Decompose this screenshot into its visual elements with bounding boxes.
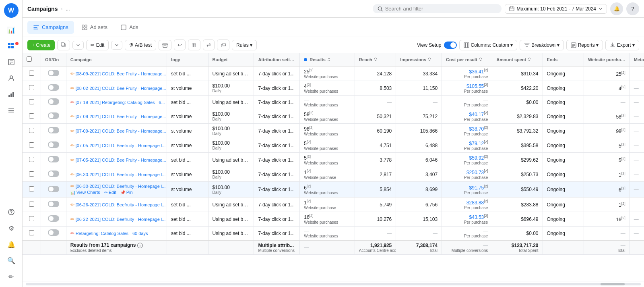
- search-input[interactable]: [385, 6, 497, 12]
- reports-button[interactable]: Reports ▾: [566, 40, 603, 50]
- cost-link[interactable]: $59.92[2]: [469, 155, 488, 161]
- campaign-name[interactable]: ✏[07-19-2021] Retargeting: Catalog Sales…: [70, 100, 163, 105]
- campaign-toggle[interactable]: [48, 112, 59, 119]
- edit-button[interactable]: ✏ Edit: [86, 40, 109, 50]
- notification-icon[interactable]: 🔔: [610, 2, 623, 15]
- context-pin-btn[interactable]: 📌 Pin: [120, 190, 133, 195]
- campaign-toggle[interactable]: [48, 127, 59, 133]
- alerts-icon[interactable]: 🔔: [4, 237, 19, 252]
- header-results[interactable]: Results: [300, 53, 355, 66]
- edit-icon[interactable]: ✏: [4, 269, 19, 284]
- cost-link[interactable]: $38.70[2]: [469, 126, 488, 132]
- app-logo[interactable]: W: [4, 3, 19, 18]
- audience-icon[interactable]: [4, 71, 19, 85]
- settings-icon[interactable]: ⚙: [4, 221, 19, 235]
- graph-icon[interactable]: 📊: [4, 23, 19, 37]
- context-edit-btn[interactable]: ✏ Edit: [104, 190, 116, 195]
- search-icon[interactable]: 🔍: [4, 253, 19, 268]
- breadcrumb: ...: [66, 6, 70, 12]
- tab-ads[interactable]: Ads: [115, 21, 144, 34]
- header-cost[interactable]: Cost per result: [442, 53, 492, 66]
- cost-link[interactable]: $79.12[2]: [469, 141, 488, 146]
- row-checkbox[interactable]: [29, 157, 34, 162]
- cost-link[interactable]: $40.17[2]: [469, 112, 488, 117]
- footer-checkbox: [23, 240, 41, 255]
- campaign-name[interactable]: ✏[06-22-2021] COLD: Beefruity - Homepage…: [70, 216, 163, 222]
- campaign-name[interactable]: ✏[07-09-2021] COLD: Bee Fruity - Homepag…: [70, 114, 163, 119]
- campaign-name[interactable]: ✏[07-05-2021] COLD: Bee Fruity - Homepag…: [70, 157, 163, 163]
- cost-link[interactable]: $43.53[2]: [469, 214, 488, 220]
- bars-icon[interactable]: [4, 87, 19, 102]
- row-checkbox[interactable]: [29, 202, 34, 207]
- campaign-toggle[interactable]: [48, 201, 59, 207]
- help-icon[interactable]: ?: [626, 2, 639, 15]
- row-checkbox[interactable]: [29, 85, 34, 90]
- row-checkbox[interactable]: [29, 171, 34, 177]
- breakdown-button[interactable]: Breakdown ▾: [520, 40, 564, 50]
- cost-link[interactable]: $283.88[2]: [466, 200, 488, 206]
- archive-button[interactable]: [159, 40, 171, 50]
- table-header-row: Off/On Campaign logy Budget Attribution: [23, 53, 644, 66]
- header-website-purchases[interactable]: Website purchases: [584, 53, 630, 66]
- delete-button[interactable]: 🗑: [188, 40, 200, 50]
- duplicate-button[interactable]: [57, 40, 70, 50]
- campaign-name[interactable]: ✏[07-09-2021] COLD: Bee Fruity - Homepag…: [70, 128, 163, 134]
- campaign-name[interactable]: ✏[06-26-2021] COLD: Beefruity - Homepage…: [70, 202, 163, 208]
- campaign-toggle[interactable]: [48, 156, 59, 162]
- row-checkbox[interactable]: [29, 186, 34, 191]
- undo-button[interactable]: ↩: [174, 40, 186, 50]
- reports-icon[interactable]: [4, 55, 19, 69]
- create-button[interactable]: + Create: [27, 40, 55, 50]
- campaign-name[interactable]: ✏[08-09-2021] COLD: Bee Fruity - Homepag…: [70, 71, 163, 77]
- view-charts-btn[interactable]: 📊 View Charts: [70, 190, 100, 195]
- campaign-toggle[interactable]: [48, 186, 59, 192]
- cell-attribution: 7-day click or 1...: [254, 96, 300, 109]
- tab-adsets[interactable]: Ad sets: [76, 21, 113, 34]
- cost-link[interactable]: $36.41[2]: [469, 69, 488, 75]
- tag-button[interactable]: 🏷: [217, 40, 229, 50]
- campaigns-table-container: Off/On Campaign logy Budget Attribution: [23, 53, 644, 281]
- row-checkbox[interactable]: [29, 99, 34, 104]
- footer-info-icon[interactable]: i: [137, 243, 143, 248]
- dropdown-button[interactable]: [72, 41, 84, 50]
- header-reach[interactable]: Reach: [355, 53, 396, 66]
- date-range-picker[interactable]: Maximum: 10 Feb 2021 - 7 Mar 2024: [505, 4, 607, 14]
- header-impressions[interactable]: Impressions: [396, 53, 442, 66]
- header-amount[interactable]: Amount spent: [492, 53, 543, 66]
- campaign-name[interactable]: ✏[08-02-2021] COLD: Bee Fruity - Homepag…: [70, 85, 163, 91]
- row-checkbox[interactable]: [29, 216, 34, 221]
- campaign-name[interactable]: ✏[07-05-2021] COLD: Beefruity - Homepage…: [70, 143, 163, 148]
- row-checkbox[interactable]: [29, 71, 34, 76]
- row-checkbox[interactable]: [29, 230, 34, 235]
- horizontal-scrollbar[interactable]: [26, 283, 641, 285]
- edit-dropdown-button[interactable]: [111, 41, 122, 50]
- menu-icon[interactable]: [4, 103, 19, 118]
- view-setup-toggle[interactable]: [444, 42, 457, 49]
- ab-test-button[interactable]: ⚗ A/B test: [125, 40, 156, 50]
- campaign-toggle[interactable]: [48, 98, 59, 105]
- campaign-toggle[interactable]: [48, 141, 59, 148]
- campaign-toggle[interactable]: [48, 215, 59, 222]
- tab-campaigns[interactable]: Campaigns: [27, 21, 74, 34]
- move-button[interactable]: ⇄: [203, 40, 215, 50]
- row-checkbox[interactable]: [29, 113, 34, 119]
- campaign-name[interactable]: ✏Retargeting: Catalog Sales - 60 days: [70, 231, 163, 236]
- select-all-checkbox[interactable]: [27, 56, 32, 62]
- campaign-toggle[interactable]: [48, 84, 59, 91]
- row-checkbox[interactable]: [29, 142, 34, 148]
- campaign-toggle[interactable]: [48, 171, 59, 177]
- campaign-toggle[interactable]: [48, 70, 59, 76]
- help-icon[interactable]: [4, 205, 19, 219]
- campaign-name[interactable]: ✏[06-30-2021] COLD: Beefruity - Homepage…: [70, 183, 163, 189]
- campaign-name[interactable]: ✏[06-30-2021] COLD: Beefruity - Homepage…: [70, 172, 163, 177]
- campaigns-icon[interactable]: [4, 39, 19, 53]
- cost-link[interactable]: $250.73[2]: [466, 170, 488, 175]
- header-campaign[interactable]: Campaign: [66, 53, 167, 66]
- cost-link[interactable]: $105.55[2]: [466, 83, 488, 89]
- rules-button[interactable]: Rules ▾: [232, 40, 257, 50]
- export-button[interactable]: Export ▾: [605, 40, 639, 50]
- campaign-toggle[interactable]: [48, 229, 59, 236]
- columns-button[interactable]: Columns: Custom ▾: [459, 40, 518, 50]
- cost-link[interactable]: $91.75[2]: [469, 185, 488, 191]
- row-checkbox[interactable]: [29, 128, 34, 133]
